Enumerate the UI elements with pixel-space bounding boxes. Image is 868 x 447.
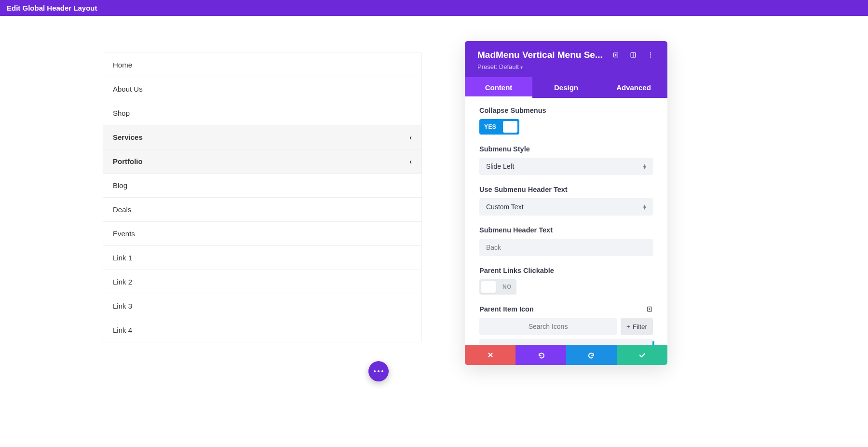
responsive-hover-icon[interactable] bbox=[646, 306, 653, 312]
plus-icon: + bbox=[626, 323, 630, 330]
arrow-ne-icon[interactable]: ↗ bbox=[583, 344, 589, 345]
parent-clickable-label: Parent Links Clickable bbox=[479, 267, 653, 274]
arrow-left-icon[interactable]: ← bbox=[521, 344, 529, 345]
parent-clickable-toggle[interactable]: NO bbox=[479, 279, 516, 295]
toggle-yes-label: YES bbox=[479, 123, 501, 130]
arrow-right-icon[interactable]: → bbox=[542, 344, 550, 345]
chevron-left-icon: ‹ bbox=[409, 158, 412, 165]
snap-icon[interactable] bbox=[629, 51, 637, 59]
arrow-updown-icon[interactable]: ↕ bbox=[643, 344, 647, 345]
toggle-no-label: NO bbox=[498, 284, 516, 290]
menu-item-link4[interactable]: Link 4 bbox=[103, 318, 421, 342]
menu-item-deals[interactable]: Deals bbox=[103, 198, 421, 222]
cancel-button[interactable] bbox=[465, 345, 515, 365]
collapse-submenus-toggle[interactable]: YES bbox=[479, 119, 519, 135]
collapse-submenus-label: Collapse Submenus bbox=[479, 107, 653, 114]
submenu-style-label: Submenu Style bbox=[479, 145, 653, 153]
responsive-icon[interactable] bbox=[611, 51, 620, 59]
select-value: Custom Text bbox=[486, 203, 524, 211]
menu-item-home[interactable]: Home bbox=[103, 53, 421, 77]
menu-item-events[interactable]: Events bbox=[103, 222, 421, 246]
top-app-bar: Edit Global Header Layout bbox=[0, 0, 868, 16]
svg-point-5 bbox=[650, 54, 651, 55]
menu-item-link3[interactable]: Link 3 bbox=[103, 294, 421, 318]
icon-picker-grid[interactable]: ↑ ↓ ← → ↖ ↗ ↘ ↙ ↕ bbox=[479, 339, 653, 345]
builder-fab-button[interactable] bbox=[368, 361, 389, 381]
arrow-down-icon[interactable]: ↓ bbox=[503, 344, 507, 345]
use-header-text-select[interactable]: Custom Text ▴▾ bbox=[479, 198, 653, 216]
vertical-menu-module: Home About Us Shop Services‹ Portfolio‹ … bbox=[103, 53, 422, 342]
page-title: Edit Global Header Layout bbox=[7, 4, 97, 12]
select-caret-icon: ▴▾ bbox=[643, 164, 646, 169]
arrow-up-icon[interactable]: ↑ bbox=[486, 344, 489, 345]
tab-content[interactable]: Content bbox=[465, 77, 532, 98]
tab-advanced[interactable]: Advanced bbox=[600, 77, 667, 98]
use-header-text-label: Use Submenu Header Text bbox=[479, 186, 653, 193]
tab-design[interactable]: Design bbox=[532, 77, 600, 98]
icon-filter-button[interactable]: + Filter bbox=[621, 318, 653, 335]
more-vertical-icon[interactable] bbox=[646, 51, 655, 59]
panel-title: MadMenu Vertical Menu Se... bbox=[477, 50, 605, 60]
parent-icon-label: Parent Item Icon bbox=[479, 305, 534, 313]
redo-button[interactable] bbox=[566, 345, 617, 365]
svg-point-4 bbox=[650, 52, 651, 53]
select-value: Slide Left bbox=[486, 163, 514, 170]
builder-canvas: Home About Us Shop Services‹ Portfolio‹ … bbox=[0, 16, 868, 440]
menu-item-portfolio[interactable]: Portfolio‹ bbox=[103, 149, 421, 174]
preset-dropdown[interactable]: Preset: Default bbox=[477, 63, 655, 70]
menu-item-shop[interactable]: Shop bbox=[103, 101, 421, 125]
svg-point-1 bbox=[615, 54, 616, 55]
toggle-knob bbox=[503, 121, 517, 133]
panel-tabs: Content Design Advanced bbox=[465, 77, 667, 98]
header-text-label: Submenu Header Text bbox=[479, 226, 653, 234]
svg-point-8 bbox=[649, 309, 650, 310]
svg-point-6 bbox=[650, 56, 651, 57]
header-text-input[interactable] bbox=[479, 239, 653, 256]
arrow-nw-icon[interactable]: ↖ bbox=[563, 344, 570, 345]
select-caret-icon: ▴▾ bbox=[643, 204, 646, 210]
icon-search-input[interactable] bbox=[479, 318, 617, 335]
arrow-sw-icon[interactable]: ↙ bbox=[623, 344, 629, 345]
panel-header: MadMenu Vertical Menu Se... Preset: Defa… bbox=[465, 41, 667, 77]
menu-item-blog[interactable]: Blog bbox=[103, 174, 421, 198]
menu-item-link2[interactable]: Link 2 bbox=[103, 270, 421, 294]
submenu-style-select[interactable]: Slide Left ▴▾ bbox=[479, 158, 653, 175]
toggle-knob bbox=[481, 281, 496, 293]
panel-body[interactable]: Collapse Submenus YES Submenu Style Slid… bbox=[465, 98, 667, 345]
menu-item-about[interactable]: About Us bbox=[103, 77, 421, 101]
undo-button[interactable] bbox=[515, 345, 566, 365]
selection-indicator bbox=[652, 341, 654, 345]
chevron-left-icon: ‹ bbox=[409, 134, 412, 141]
settings-panel: MadMenu Vertical Menu Se... Preset: Defa… bbox=[465, 41, 667, 365]
menu-item-services[interactable]: Services‹ bbox=[103, 125, 421, 149]
menu-item-link1[interactable]: Link 1 bbox=[103, 246, 421, 270]
panel-footer bbox=[465, 345, 667, 365]
arrow-se-icon[interactable]: ↘ bbox=[603, 344, 609, 345]
save-button[interactable] bbox=[617, 345, 667, 365]
